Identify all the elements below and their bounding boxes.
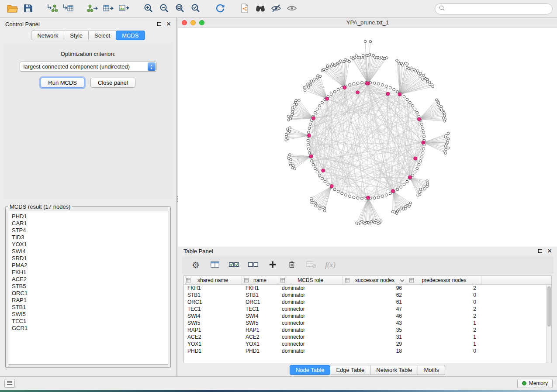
table-row[interactable]: ACE2ACE2connector311: [184, 334, 551, 340]
tab-edge-table[interactable]: Edge Table: [330, 365, 370, 375]
save-session-button[interactable]: [20, 2, 36, 16]
table-row[interactable]: FKH1FKH1dominator962: [184, 285, 551, 292]
column-header-successor-nodes[interactable]: successor nodes: [343, 276, 407, 284]
table-cell: dominator: [278, 292, 343, 298]
table-cell: PHD1: [242, 348, 278, 354]
column-header-shared-name[interactable]: shared name: [184, 276, 242, 284]
search-input[interactable]: [447, 6, 548, 12]
result-node[interactable]: ACE2: [12, 276, 164, 283]
table-cell: 47: [343, 306, 407, 312]
search-network-button[interactable]: [253, 2, 268, 16]
result-node[interactable]: SWI5: [12, 311, 164, 318]
float-table-panel-icon[interactable]: [538, 249, 542, 253]
table-scrollbar[interactable]: [546, 285, 551, 363]
zoom-in-button[interactable]: [141, 2, 156, 16]
export-table-button[interactable]: [100, 2, 116, 16]
eye-icon: [287, 3, 297, 14]
delete-column-button[interactable]: [286, 259, 298, 271]
network-canvas[interactable]: [178, 28, 557, 247]
share-document-icon: [240, 3, 249, 15]
control-panel-tabs: NetworkStyleSelectMCDS: [0, 31, 176, 40]
table-cell: STB1: [242, 292, 278, 298]
table-row[interactable]: SWI4SWI4dominator462: [184, 313, 551, 320]
hide-elements-button[interactable]: [268, 2, 284, 16]
window-maximize-icon[interactable]: [199, 20, 204, 25]
table-row[interactable]: ORC1ORC1dominator610: [184, 299, 551, 306]
search-box[interactable]: [435, 3, 553, 14]
network-graph: [178, 28, 557, 245]
table-row[interactable]: RAP1RAP1dominator352: [184, 327, 551, 334]
zoom-out-button[interactable]: [156, 2, 172, 16]
tab-mcds[interactable]: MCDS: [116, 31, 145, 40]
tab-style[interactable]: Style: [64, 31, 89, 40]
result-node[interactable]: GCR1: [12, 325, 164, 332]
result-node[interactable]: RAP1: [12, 297, 164, 304]
memory-status-icon: [522, 381, 526, 385]
result-node[interactable]: SRD1: [12, 255, 164, 262]
deselect-all-rows-button[interactable]: [247, 259, 259, 271]
open-file-button[interactable]: [4, 2, 20, 16]
import-network-button[interactable]: [45, 2, 60, 16]
run-mcds-button[interactable]: Run MCDS: [41, 78, 84, 88]
show-panels-button[interactable]: [4, 379, 15, 388]
result-node[interactable]: YOX1: [12, 241, 164, 248]
show-elements-button[interactable]: [284, 2, 300, 16]
network-view-panel: YPA_prune.txt_1: [178, 18, 557, 245]
tab-network-table[interactable]: Network Table: [370, 365, 418, 375]
table-row[interactable]: TEC1TEC1connector472: [184, 306, 551, 313]
result-node[interactable]: PMA2: [12, 262, 164, 269]
window-close-icon[interactable]: [182, 20, 187, 25]
import-table-button[interactable]: [60, 2, 76, 16]
close-panel-icon[interactable]: ✕: [166, 21, 171, 27]
import-table-icon: [62, 3, 74, 14]
table-row[interactable]: YOX1YOX1connector291: [184, 340, 551, 347]
table-panel-title: Table Panel: [183, 248, 213, 254]
table-cell: SWI4: [242, 313, 278, 319]
show-columns-button[interactable]: [209, 259, 221, 271]
scrollbar-thumb[interactable]: [547, 286, 551, 327]
result-node[interactable]: STB5: [12, 283, 164, 290]
table-row[interactable]: PHD1PHD1dominator180: [184, 347, 551, 354]
result-node[interactable]: TEC1: [12, 318, 164, 325]
export-image-button[interactable]: [116, 2, 132, 16]
table-settings-button[interactable]: ⚙: [190, 259, 202, 271]
column-header-MCDS-role[interactable]: MCDS role: [278, 276, 343, 284]
result-node[interactable]: ORC1: [12, 290, 164, 297]
result-node[interactable]: SWI4: [12, 248, 164, 255]
close-table-panel-icon[interactable]: ✕: [547, 248, 552, 254]
table-row[interactable]: SWI5SWI5connector431: [184, 320, 551, 327]
table-cell: 62: [343, 292, 407, 298]
network-window-titlebar[interactable]: YPA_prune.txt_1: [178, 18, 557, 28]
window-minimize-icon[interactable]: [190, 20, 196, 25]
result-node[interactable]: PHD1: [12, 213, 164, 220]
float-panel-icon[interactable]: [157, 22, 161, 26]
zoom-fit-button[interactable]: [172, 2, 188, 16]
save-icon: [23, 3, 33, 14]
table-row[interactable]: STB1STB1dominator620: [184, 292, 551, 299]
refresh-button[interactable]: [212, 2, 228, 16]
table-header: shared namenameMCDS rolesuccessor nodesp…: [184, 276, 551, 285]
tab-motifs[interactable]: Motifs: [418, 365, 445, 375]
zoom-selected-button[interactable]: [188, 2, 204, 16]
result-node[interactable]: TID3: [12, 234, 164, 241]
table-cell: PHD1: [184, 348, 242, 354]
column-header-name[interactable]: name: [242, 276, 278, 284]
add-column-button[interactable]: [266, 259, 279, 271]
result-node[interactable]: STB1: [12, 304, 164, 311]
mcds-result-list[interactable]: PHD1CAR1STP4TID3YOX1SWI4SRD1PMA2FKH1ACE2…: [8, 211, 168, 364]
memory-button[interactable]: Memory: [517, 379, 553, 388]
result-node[interactable]: CAR1: [12, 220, 164, 227]
tab-select[interactable]: Select: [89, 31, 116, 40]
result-node[interactable]: STP4: [12, 227, 164, 234]
table-cell: 1: [407, 334, 481, 340]
result-node[interactable]: FKH1: [12, 269, 164, 276]
tab-node-table[interactable]: Node Table: [290, 365, 331, 375]
optimization-criterion-select[interactable]: largest connected component (undirected)…: [20, 62, 157, 72]
select-all-rows-button[interactable]: [228, 259, 240, 271]
table-cell: connector: [278, 306, 343, 312]
export-network-button[interactable]: [85, 2, 100, 16]
column-header-predecessor-nodes[interactable]: predecessor nodes: [407, 276, 481, 284]
share-document-button[interactable]: [237, 2, 253, 16]
tab-network[interactable]: Network: [31, 31, 64, 40]
close-panel-button[interactable]: Close panel: [90, 78, 135, 88]
